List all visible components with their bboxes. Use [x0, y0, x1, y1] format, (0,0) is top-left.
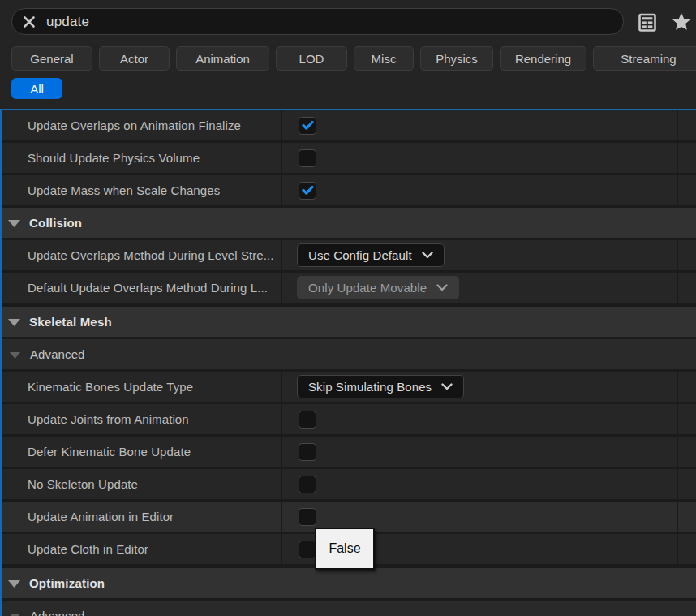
filter-button-streaming[interactable]: Streaming — [593, 46, 696, 71]
subcategory-header-advanced[interactable]: Advanced — [2, 339, 696, 369]
filter-button-general[interactable]: General — [11, 46, 92, 71]
section-title: Skeletal Mesh — [29, 315, 112, 329]
property-label: Update Overlaps on Animation Finalize — [28, 118, 241, 132]
property-row-update-overlaps-on-animation-finalize: Update Overlaps on Animation Finalize — [2, 110, 696, 140]
subcategory-header-advanced[interactable]: Advanced — [2, 601, 696, 616]
favorites-icon[interactable] — [672, 12, 691, 31]
property-label: Defer Kinematic Bone Update — [28, 445, 191, 459]
section-title: Optimization — [29, 576, 105, 590]
expander-arrow-icon[interactable] — [8, 576, 20, 591]
row-gutter — [678, 404, 696, 434]
checkbox-no-skeleton-update-unchecked[interactable] — [299, 476, 316, 493]
expander-arrow-icon[interactable] — [10, 609, 20, 616]
clear-search-icon[interactable] — [23, 15, 36, 28]
property-name-cell: Should Update Physics Volume — [2, 143, 281, 173]
row-gutter — [678, 437, 696, 467]
property-value-cell — [282, 175, 677, 205]
category-header-skeletal-mesh[interactable]: Skeletal Mesh — [2, 307, 696, 337]
row-gutter — [678, 240, 696, 270]
checkbox-update-cloth-in-editor-unchecked[interactable] — [299, 541, 316, 558]
dropdown-selected-value: Use Config Default — [308, 248, 412, 262]
property-row-should-update-physics-volume: Should Update Physics Volume — [2, 143, 696, 173]
checkbox-defer-kinematic-bone-update-unchecked[interactable] — [299, 443, 316, 461]
checkbox-update-joints-from-animation-unchecked[interactable] — [299, 411, 316, 429]
property-name-cell: Defer Kinematic Bone Update — [2, 437, 281, 467]
row-gutter — [678, 110, 696, 140]
chevron-down-icon — [441, 383, 453, 390]
category-header-collision[interactable]: Collision — [2, 208, 696, 238]
dropdown-default-update-overlaps-method-during-l: Only Update Movable — [297, 276, 459, 299]
filter-button-physics[interactable]: Physics — [420, 46, 493, 71]
row-gutter — [678, 273, 696, 303]
property-label: No Skeleton Update — [28, 477, 138, 491]
expander-arrow-icon[interactable] — [10, 347, 20, 362]
tooltip-text: False — [329, 541, 360, 556]
property-row-update-overlaps-method-during-level-stre: Update Overlaps Method During Level Stre… — [2, 240, 696, 270]
chevron-down-icon — [422, 252, 433, 259]
property-name-cell: Update Overlaps Method During Level Stre… — [2, 240, 281, 270]
property-label: Kinematic Bones Update Type — [28, 380, 193, 394]
property-row-update-mass-when-scale-changes: Update Mass when Scale Changes — [2, 175, 696, 205]
row-gutter — [678, 143, 696, 173]
filter-button-lod[interactable]: LOD — [276, 46, 347, 71]
property-row-defer-kinematic-bone-update: Defer Kinematic Bone Update — [2, 437, 696, 467]
property-value-cell: Only Update Movable — [282, 273, 677, 303]
section-title: Advanced — [30, 347, 85, 361]
category-header-optimization[interactable]: Optimization — [2, 568, 696, 598]
property-name-cell: Update Joints from Animation — [2, 404, 281, 434]
property-row-default-update-overlaps-method-during-l: Default Update Overlaps Method During L.… — [2, 273, 696, 303]
property-label: Should Update Physics Volume — [28, 151, 200, 165]
expander-arrow-icon[interactable] — [8, 315, 20, 330]
value-tooltip: False — [315, 528, 375, 570]
chevron-down-icon — [436, 284, 448, 291]
property-label: Update Cloth in Editor — [28, 542, 148, 556]
row-gutter — [678, 372, 696, 402]
property-row-kinematic-bones-update-type: Kinematic Bones Update TypeSkip Simulati… — [2, 372, 696, 402]
property-name-cell: Update Animation in Editor — [2, 502, 281, 532]
checkbox-update-mass-when-scale-changes-checked[interactable] — [299, 182, 316, 200]
property-value-cell: Skip Simulating Bones — [282, 372, 677, 402]
expander-arrow-icon[interactable] — [8, 216, 20, 230]
property-label: Update Mass when Scale Changes — [28, 183, 220, 197]
property-row-update-joints-from-animation: Update Joints from Animation — [2, 404, 696, 434]
property-label: Default Update Overlaps Method During L.… — [28, 281, 268, 295]
display-filter-icon[interactable] — [638, 13, 656, 32]
search-input[interactable]: update — [11, 8, 624, 35]
property-value-cell — [282, 404, 677, 434]
filter-button-rendering[interactable]: Rendering — [500, 46, 586, 71]
property-value-cell — [282, 469, 677, 499]
property-label: Update Joints from Animation — [28, 412, 189, 426]
details-header: update GeneralActorAnimationLODMiscPhysi… — [0, 0, 696, 109]
dropdown-update-overlaps-method-during-level-stre[interactable]: Use Config Default — [297, 243, 445, 267]
filter-button-actor[interactable]: Actor — [99, 46, 170, 71]
filter-button-animation[interactable]: Animation — [176, 46, 269, 71]
row-gutter — [678, 534, 696, 564]
checkbox-should-update-physics-volume-unchecked[interactable] — [299, 149, 316, 167]
property-value-cell — [282, 437, 677, 467]
property-row-no-skeleton-update: No Skeleton Update — [2, 469, 696, 499]
property-name-cell: Update Overlaps on Animation Finalize — [2, 110, 281, 140]
property-name-cell: Kinematic Bones Update Type — [2, 372, 281, 402]
property-name-cell: No Skeleton Update — [2, 469, 281, 499]
dropdown-selected-value: Only Update Movable — [308, 281, 427, 295]
details-panel: update GeneralActorAnimationLODMiscPhysi… — [0, 0, 696, 616]
checkbox-update-animation-in-editor-unchecked[interactable] — [299, 508, 316, 526]
dropdown-kinematic-bones-update-type[interactable]: Skip Simulating Bones — [297, 375, 464, 398]
section-title: Advanced — [30, 609, 85, 616]
dropdown-selected-value: Skip Simulating Bones — [308, 380, 432, 394]
row-gutter — [678, 469, 696, 499]
property-name-cell: Update Cloth in Editor — [2, 534, 281, 564]
filter-button-misc[interactable]: Misc — [354, 46, 414, 71]
section-title: Collision — [29, 216, 82, 230]
property-label: Update Animation in Editor — [28, 510, 174, 523]
filter-category-bar: GeneralActorAnimationLODMiscPhysicsRende… — [11, 46, 696, 71]
row-gutter — [678, 175, 696, 205]
property-label: Update Overlaps Method During Level Stre… — [28, 248, 274, 262]
checkbox-update-overlaps-on-animation-finalize-checked[interactable] — [299, 117, 316, 135]
property-name-cell: Default Update Overlaps Method During L.… — [2, 273, 281, 303]
property-name-cell: Update Mass when Scale Changes — [2, 175, 281, 205]
filter-all-button[interactable]: All — [11, 78, 62, 99]
search-query: update — [46, 14, 89, 30]
property-value-cell — [282, 110, 677, 140]
property-value-cell: Use Config Default — [282, 240, 677, 270]
